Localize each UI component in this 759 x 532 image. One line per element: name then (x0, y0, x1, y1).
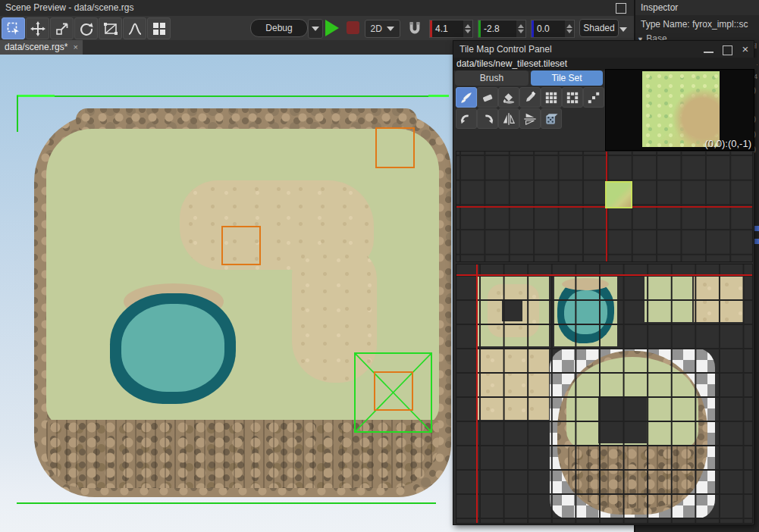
coord-y-field[interactable]: -2.8 (478, 20, 526, 38)
tab-brush[interactable]: Brush (455, 70, 528, 86)
scene-tab[interactable]: data/scene.rgs*× (0, 40, 83, 55)
coord-y-value: -2.8 (484, 23, 500, 34)
flip-horizontal-button[interactable] (498, 108, 519, 129)
eraser-tool-button[interactable] (477, 87, 498, 108)
rotate-left-button[interactable] (456, 108, 477, 129)
scene-titlebar: Scene Preview - data/scene.rgs (0, 0, 634, 16)
maximize-icon[interactable] (723, 45, 732, 55)
fyrox-editor: Scene Preview - data/scene.rgs (0, 0, 759, 532)
tab-tile-set[interactable]: Tile Set (531, 70, 603, 86)
shading-label: Shaded (583, 23, 614, 33)
flip-horizontal-icon (502, 112, 516, 126)
palette-pond-block[interactable] (554, 275, 617, 346)
line-tool-button[interactable] (583, 87, 604, 108)
inspector-edge-fragment: 4 (754, 73, 759, 80)
debug-label: Debug (265, 23, 292, 33)
selection-gizmo[interactable] (354, 352, 432, 433)
coord-x-spinner[interactable] (463, 20, 472, 37)
tile-preview-image (642, 71, 720, 147)
rotate-cw-icon (481, 112, 494, 126)
debug-dropdown-arrow[interactable] (308, 19, 323, 39)
rotate-tool-button[interactable] (74, 17, 98, 39)
rect-edit-tool-button[interactable] (99, 17, 122, 39)
tile-preview-box: (0,0):(0,-1) (605, 69, 754, 151)
stop-button[interactable] (347, 21, 359, 34)
coord-z-field[interactable]: 0.0 (531, 20, 575, 38)
paint-bucket-icon (502, 91, 516, 105)
tile-coordinates: (0,0):(0,-1) (705, 138, 751, 149)
chevron-down-icon (387, 27, 394, 31)
palette-pond-rim (562, 278, 609, 290)
minimize-icon[interactable] (704, 52, 714, 53)
picker-tool-button[interactable] (519, 87, 541, 108)
move-icon (30, 21, 45, 36)
brush-tool-button[interactable] (456, 87, 477, 108)
terrain-icon (127, 21, 143, 36)
tab-tile-set-label: Tile Set (551, 73, 582, 83)
tilemap-bounds-bottom-line (17, 502, 436, 504)
palette-empty-cell (502, 301, 522, 321)
tilemap-bounds-top-line (17, 95, 449, 97)
chevron-down-icon (619, 27, 627, 32)
fill-tool-button[interactable] (498, 87, 519, 108)
coord-z-spinner[interactable] (565, 20, 574, 37)
palette-axis-vertical (476, 264, 478, 523)
rotate-right-button[interactable] (477, 108, 498, 129)
close-icon[interactable]: × (739, 41, 751, 58)
play-button[interactable] (325, 20, 339, 36)
select-tool-button[interactable] (2, 17, 25, 39)
palette-island-hole (598, 396, 647, 443)
move-tool-button[interactable] (26, 17, 49, 39)
view-mode-label: 2D (371, 23, 382, 34)
rect-fill-tool-button[interactable] (541, 87, 562, 108)
coord-x-field[interactable]: 4.1 (429, 20, 473, 38)
chevron-down-icon (312, 27, 319, 31)
shading-dropdown[interactable]: Shaded (579, 19, 619, 37)
tile-cursor-center (221, 226, 261, 265)
terrain-tool-button[interactable] (123, 17, 146, 39)
scale-tool-button[interactable] (50, 17, 74, 39)
tile-window-titlebar[interactable]: Tile Map Control Panel (453, 41, 754, 58)
coord-z-value: 0.0 (537, 23, 550, 34)
x-axis-colorbar (430, 20, 432, 37)
brush-icon (459, 91, 473, 105)
palette-grass-sand-block[interactable] (477, 275, 549, 346)
pond-water (121, 304, 224, 392)
inspector-edge-fragment: il (754, 42, 759, 50)
scale-icon (55, 21, 70, 36)
random-button[interactable] (541, 108, 562, 129)
tab-close-icon[interactable]: × (73, 42, 77, 52)
rotate-ccw-icon (459, 112, 473, 126)
coord-y-spinner[interactable] (516, 20, 525, 37)
selected-page-cell[interactable] (605, 181, 632, 208)
shading-dropdown-arrow[interactable] (619, 23, 627, 34)
inspector-edge-fragment: ) (754, 115, 759, 123)
inspector-edge-widget (754, 239, 759, 244)
island-tilemap (34, 114, 451, 497)
flip-vertical-icon (523, 112, 537, 126)
palette-island-cliff (568, 446, 697, 509)
palette-sand-block[interactable] (477, 348, 549, 420)
tilemap-bounds-left-line (17, 95, 18, 132)
pages-axis-horizontal (456, 206, 752, 208)
palette-axis-horizontal (456, 274, 752, 276)
pond (110, 290, 236, 404)
tilemap-bounds-top-bright-left (17, 95, 55, 97)
diagonal-line-icon (587, 91, 601, 105)
tilemap-tool-button[interactable] (147, 17, 171, 39)
palette-sand-tiles-right[interactable] (694, 276, 743, 322)
inspector-edge-fragment: ) (754, 86, 759, 94)
scene-title: Scene Preview - data/scene.rgs (5, 0, 133, 16)
rect-outline-tool-button[interactable] (562, 87, 583, 108)
tileset-pages-grid[interactable] (456, 151, 753, 262)
tiles-palette[interactable] (456, 264, 753, 524)
tile-window-title: Tile Map Control Panel (459, 41, 552, 58)
coord-x-value: 4.1 (435, 23, 448, 34)
debug-dropdown[interactable]: Debug (250, 19, 308, 37)
flip-vertical-button[interactable] (519, 108, 541, 129)
snap-button[interactable] (405, 18, 425, 38)
palette-grass-tiles[interactable] (645, 275, 692, 322)
view-mode-dropdown[interactable]: 2D (365, 20, 400, 38)
inspector-edge-fragment: ) (754, 130, 759, 138)
scene-maximize-icon[interactable] (616, 3, 626, 14)
